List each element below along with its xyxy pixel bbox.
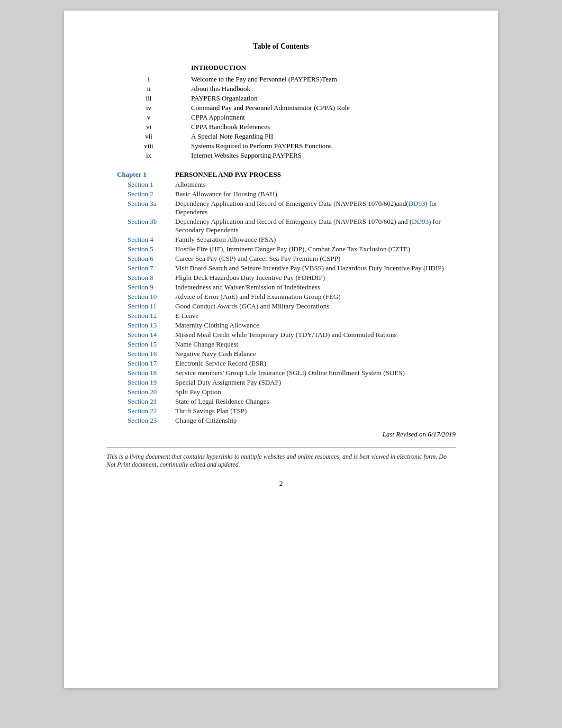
section-row: Section 22 Thrift Savings Plan (TSP) xyxy=(106,407,456,415)
section-label[interactable]: Section 12 xyxy=(106,312,175,320)
section-row: Section 9 Indebtedness and Waiver/Remiss… xyxy=(106,283,456,292)
intro-num: ix xyxy=(106,151,191,160)
section-row: Section 11 Good Conduct Awards (GCA) and… xyxy=(106,302,456,311)
intro-num: ii xyxy=(106,85,191,93)
page-number: 2 xyxy=(106,479,456,488)
section-text: Indebtedness and Waiver/Remission of Ind… xyxy=(175,283,456,292)
section-label[interactable]: Section 10 xyxy=(106,293,175,301)
intro-num: iv xyxy=(106,104,191,112)
intro-num: viii xyxy=(106,142,191,150)
section-label[interactable]: Section 13 xyxy=(106,321,175,330)
intro-text: Internet Websites Supporting PAYPERS xyxy=(191,151,456,160)
section-label[interactable]: Section 6 xyxy=(106,254,175,263)
intro-text: PAYPERS Organization xyxy=(191,94,456,103)
section-text: Missed Meal Credit while Temporary Duty … xyxy=(175,331,456,339)
section-text: Name Change Request xyxy=(175,340,456,349)
intro-text: CPPA Handbook References xyxy=(191,123,456,131)
section-row: Section 16 Negative Navy Cash Balance xyxy=(106,350,456,358)
page-title: Table of Contents xyxy=(106,42,456,51)
section-text: Special Duty Assignment Pay (SDAP) xyxy=(175,378,456,387)
section-row: Section 2 Basic Allowance for Housing (B… xyxy=(106,190,456,198)
chapter-block: Chapter 1 PERSONNEL AND PAY PROCESS Sect… xyxy=(106,170,456,425)
intro-row: v CPPA Appointment xyxy=(106,113,456,122)
section-row: Section 23 Change of Citizenship xyxy=(106,416,456,425)
intro-text: CPPA Appointment xyxy=(191,113,456,122)
section-row: Section 6 Career Sea Pay (CSP) and Caree… xyxy=(106,254,456,263)
intro-num: vi xyxy=(106,123,191,131)
section-label[interactable]: Section 3b xyxy=(106,217,175,234)
chapter-label[interactable]: Chapter 1 xyxy=(106,170,175,179)
intro-row: iv Command Pay and Personnel Administrat… xyxy=(106,104,456,112)
intro-section: INTRODUCTION i Welcome to the Pay and Pe… xyxy=(106,63,456,160)
footer-note: This is a living document that contains … xyxy=(106,447,456,469)
section-row: Section 8 Flight Deck Hazardous Duty Inc… xyxy=(106,274,456,282)
section-row: Section 5 Hostile Fire (HF), Imminent Da… xyxy=(106,245,456,253)
intro-row: vii A Special Note Regarding PII xyxy=(106,132,456,141)
section-label[interactable]: Section 11 xyxy=(106,302,175,311)
section-label[interactable]: Section 18 xyxy=(106,369,175,377)
section-text: Good Conduct Awards (GCA) and Military D… xyxy=(175,302,456,311)
section-label[interactable]: Section 16 xyxy=(106,350,175,358)
intro-row: vi CPPA Handbook References xyxy=(106,123,456,131)
section-row: Section 20 Split Pay Option xyxy=(106,388,456,396)
intro-num: v xyxy=(106,113,191,122)
section-label[interactable]: Section 22 xyxy=(106,407,175,415)
intro-row: ii About this Handbook xyxy=(106,85,456,93)
section-label[interactable]: Section 17 xyxy=(106,359,175,368)
section-row: Section 10 Advice of Error (AoE) and Fie… xyxy=(106,293,456,301)
section-label[interactable]: Section 20 xyxy=(106,388,175,396)
section-label[interactable]: Section 7 xyxy=(106,264,175,272)
intro-num: iii xyxy=(106,94,191,103)
page: Table of Contents INTRODUCTION i Welcome… xyxy=(64,11,498,688)
section-label[interactable]: Section 15 xyxy=(106,340,175,349)
section-row: Section 18 Service members' Group Life I… xyxy=(106,369,456,377)
intro-text: About this Handbook xyxy=(191,85,456,93)
section-label[interactable]: Section 9 xyxy=(106,283,175,292)
section-text: Family Separation Allowance (FSA) xyxy=(175,235,456,244)
intro-num: vii xyxy=(106,132,191,141)
section-text: Visit Board Search and Seizure Incentive… xyxy=(175,264,456,272)
intro-num: i xyxy=(106,75,191,84)
intro-header: INTRODUCTION xyxy=(191,63,456,72)
section-label[interactable]: Section 4 xyxy=(106,235,175,244)
section-label[interactable]: Section 23 xyxy=(106,416,175,425)
intro-row: i Welcome to the Pay and Personnel (PAYP… xyxy=(106,75,456,84)
section-row: Section 21 State of Legal Residence Chan… xyxy=(106,397,456,406)
section-text: E-Leave xyxy=(175,312,456,320)
section-row: Section 19 Special Duty Assignment Pay (… xyxy=(106,378,456,387)
section-text: Split Pay Option xyxy=(175,388,456,396)
section-text: Hostile Fire (HF), Imminent Danger Pay (… xyxy=(175,245,456,253)
intro-text: Systems Required to Perform PAYPERS Func… xyxy=(191,142,456,150)
section-text: Thrift Savings Plan (TSP) xyxy=(175,407,456,415)
section-text: Advice of Error (AoE) and Field Examinat… xyxy=(175,293,456,301)
section-text: State of Legal Residence Changes xyxy=(175,397,456,406)
section-text: Allotments xyxy=(175,180,456,189)
section-row: Section 13 Maternity Clothing Allowance xyxy=(106,321,456,330)
last-revised: Last Revised on 6/17/2019 xyxy=(106,430,456,439)
section-text: Change of Citizenship xyxy=(175,416,456,425)
section-row: Section 3a Dependency Application and Re… xyxy=(106,199,456,216)
section-label[interactable]: Section 21 xyxy=(106,397,175,406)
section-label[interactable]: Section 1 xyxy=(106,180,175,189)
section-row: Section 15 Name Change Request xyxy=(106,340,456,349)
inline-link[interactable]: DD93 xyxy=(409,199,425,207)
section-row: Section 4 Family Separation Allowance (F… xyxy=(106,235,456,244)
section-row: Section 3b Dependency Application and Re… xyxy=(106,217,456,234)
section-label[interactable]: Section 5 xyxy=(106,245,175,253)
inline-link[interactable]: DD93 xyxy=(412,217,429,225)
section-label[interactable]: Section 2 xyxy=(106,190,175,198)
section-text: Service members' Group Life Insurance (S… xyxy=(175,369,456,377)
intro-text: Welcome to the Pay and Personnel (PAYPER… xyxy=(191,75,456,84)
section-text: Maternity Clothing Allowance xyxy=(175,321,456,330)
section-text: Electronic Service Record (ESR) xyxy=(175,359,456,368)
section-row: Section 1 Allotments xyxy=(106,180,456,189)
chapter-title: PERSONNEL AND PAY PROCESS xyxy=(175,170,456,179)
section-label[interactable]: Section 8 xyxy=(106,274,175,282)
section-label[interactable]: Section 19 xyxy=(106,378,175,387)
section-label[interactable]: Section 14 xyxy=(106,331,175,339)
intro-text: Command Pay and Personnel Administrator … xyxy=(191,104,456,112)
section-label[interactable]: Section 3a xyxy=(106,199,175,216)
section-text: Dependency Application and Record of Eme… xyxy=(175,199,456,216)
section-row: Section 7 Visit Board Search and Seizure… xyxy=(106,264,456,272)
chapter-row: Chapter 1 PERSONNEL AND PAY PROCESS xyxy=(106,170,456,179)
